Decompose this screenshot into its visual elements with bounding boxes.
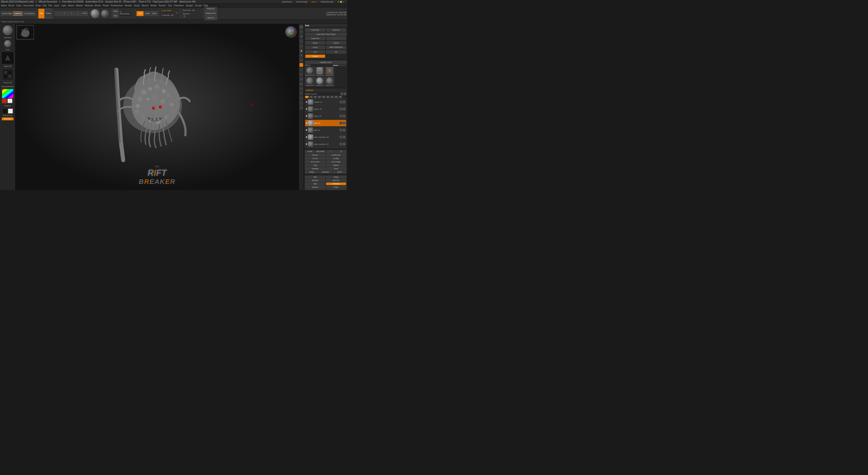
folder-action-add[interactable]: + [326,150,336,153]
menu-material[interactable]: Material [85,4,93,7]
vis-tab-v4[interactable]: V4 [313,96,317,98]
alpha-preview[interactable] [1,52,14,64]
side-icon-grid[interactable]: ⊟ [299,87,303,91]
subtool-body-mushroom-hp[interactable]: body_mushroom_HP + ⚙ [305,134,346,141]
draw-btn[interactable]: Draw [45,8,52,19]
load-tools-from-project-btn[interactable]: Load Tools From Project [305,33,346,36]
paste-tool-btn[interactable]: Paste Tool [326,37,346,40]
subtool-action-bmlp-add[interactable]: + [340,143,342,145]
menu-color[interactable]: Color [16,4,22,7]
draw-rect-btn[interactable]: □ [68,11,74,16]
side-icon-floor[interactable]: F [299,96,303,100]
background-color[interactable] [7,99,12,103]
dynamic-toggle[interactable]: ◎ [183,15,186,18]
menu-edit[interactable]: Edit [43,4,46,7]
make-polymesh-btn[interactable]: Make PolyMesh3D [326,46,346,49]
menu-file[interactable]: File [49,4,52,7]
menu-btn[interactable]: Menu [311,1,317,3]
subtool-action-spores-lp-add[interactable]: + [340,115,342,117]
visible-btn[interactable]: Visible [305,55,325,58]
side-icon-solo[interactable]: ◎ [299,72,303,77]
subtool-action-spores-hp-gear[interactable]: ⚙ [343,108,345,110]
subtool-action-body-hp-add[interactable]: + [340,122,342,124]
boolean-btn[interactable]: Boolean [305,179,326,182]
menu-zscript[interactable]: Zscript [195,4,202,7]
side-icon-frame[interactable]: □ [299,68,303,72]
subtool-body-lp[interactable]: body_LP + ⚙ [305,127,346,133]
all-low-btn[interactable]: All Low [305,157,326,160]
rgb-intensity-slider[interactable] [120,15,133,16]
menu-script[interactable]: Script [134,4,140,7]
menu-tool[interactable]: Tool [168,4,172,7]
white-swatch[interactable] [8,109,13,114]
lightbox-btn[interactable]: LightBox [13,11,22,16]
material-standard-sphere[interactable] [3,25,13,35]
side-icon-eye[interactable]: 👁 [299,53,303,57]
vis-tab-v5[interactable]: V5 [322,96,326,98]
menu-zplugin[interactable]: Zplugin [186,4,193,7]
subtool-action-bmlp-gear[interactable]: ⚙ [343,143,345,145]
draw-dot-btn[interactable]: · [55,11,61,16]
menu-movie[interactable]: Movie [95,4,101,7]
menu-render[interactable]: Render [125,4,132,7]
quick-save[interactable]: QuickSave [282,1,292,3]
all-high-btn[interactable]: All High [326,157,346,160]
subtool-add-btn[interactable]: + [340,92,343,95]
import-btn[interactable]: Import [305,41,325,44]
side-icon-local[interactable]: L [299,101,303,105]
subtool-action-spores-lp-gear[interactable]: ⚙ [343,115,345,117]
menu-preferences[interactable]: Preferences [111,4,123,7]
subtool-action-bmhp-add[interactable]: + [340,136,342,139]
project-btn[interactable]: Project [326,186,346,189]
split-btn[interactable]: Split [305,176,326,178]
home-page-btn[interactable]: Home Page [1,11,13,16]
dots-sphere[interactable] [4,40,11,47]
menu-marker[interactable]: Marker [76,4,83,7]
subtool-body-hp[interactable]: body_HP + ⚙ [305,120,346,126]
subtool-action-body-lp-add[interactable]: + [340,129,342,131]
remesh-btn[interactable]: Remesh [305,186,326,189]
brush-thumb-simple[interactable]: S SimpleBrush [325,67,334,76]
side-icon-softbox[interactable]: S [299,106,303,110]
side-icon-scale[interactable]: ⤡ [299,44,303,48]
copy-btn[interactable]: Copy [305,164,326,167]
extract-btn[interactable]: Extract [326,189,346,190]
side-icon-spix[interactable]: SP [299,25,303,29]
black-swatch[interactable] [2,109,7,114]
all-to-home-btn[interactable]: All To Home [305,160,326,163]
side-icon-orange[interactable] [299,63,303,67]
all-btn[interactable]: All [326,50,346,54]
menu-stencil[interactable]: Stencil [142,4,148,7]
subtool-action-body-lp-gear[interactable]: ⚙ [343,129,345,131]
folder-action-settings[interactable]: ⚙ [336,150,346,153]
side-icon-rotate[interactable]: ↻ [299,39,303,43]
lightbox-tools-btn[interactable]: Lightbox Tools [305,61,346,64]
menu-help[interactable]: Help [204,4,208,7]
all-to-target-btn[interactable]: All To Target [326,160,346,163]
rgb-btn[interactable]: Rgb [112,14,119,18]
project-basrelief-btn[interactable]: Project BasRelief [305,189,326,190]
menu-macro[interactable]: Macro [68,4,74,7]
new-folder-btn[interactable]: New Folder [315,150,325,153]
auto-reorder-btn[interactable]: AutoReorder [326,154,346,156]
replay-last-fel-btn[interactable]: ReplayLastFel [205,11,217,16]
rotate-btn[interactable]: RoTat [82,11,88,16]
subtool-settings-btn[interactable]: ⚙ [344,92,346,95]
vis-tab-v3[interactable]: V3 [339,96,342,98]
zcut-btn[interactable]: Zcut [151,11,158,16]
foreground-color[interactable] [2,99,7,103]
load-tool-btn[interactable]: Load Tool [305,28,325,32]
subtool-action-bmhp-gear[interactable]: ⚙ [343,136,345,139]
see-through[interactable]: See-through [296,1,307,3]
color-gradient[interactable] [2,89,13,98]
clone-btn[interactable]: Clone [305,46,325,49]
side-icon-snap[interactable]: ⊙ [299,58,303,62]
vis-tab-v2c[interactable]: V2 [334,96,338,98]
goz-btn[interactable]: GoZ [305,50,325,54]
subtool-action-tentacle-add[interactable]: + [340,101,342,103]
compass-widget[interactable] [285,26,297,37]
align-btn[interactable]: Align [305,182,326,185]
side-icon-sym[interactable]: ⊞ [299,77,303,81]
brush-thumb-spores-hp2[interactable]: spores_HP [325,77,334,86]
subtool-spores-lp[interactable]: spores_LP + ⚙ [305,113,346,119]
